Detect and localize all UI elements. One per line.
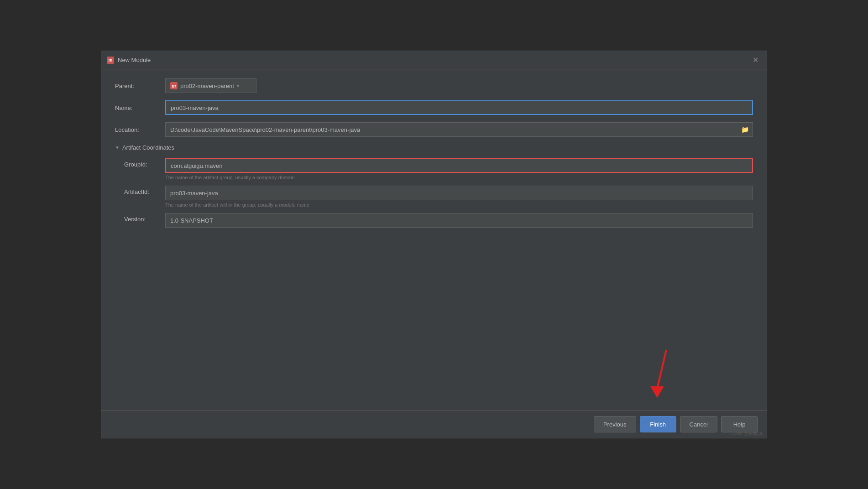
new-module-dialog: m New Module ✕ Parent: m pro02-maven-par… xyxy=(101,51,767,438)
groupid-hint: The name of the artifact group, usually … xyxy=(124,175,753,180)
artifact-section-content: GroupId: The name of the artifact group,… xyxy=(115,158,753,228)
version-input[interactable] xyxy=(165,213,753,228)
help-button[interactable]: Help xyxy=(721,416,758,432)
previous-button[interactable]: Previous xyxy=(594,416,636,432)
artifact-section-header[interactable]: ▼ Artifact Coordinates xyxy=(115,144,753,151)
artifact-section-title: Artifact Coordinates xyxy=(122,144,174,151)
maven-icon: m xyxy=(170,82,178,89)
dialog-icon: m xyxy=(107,57,114,64)
version-field xyxy=(165,213,753,228)
location-input[interactable] xyxy=(166,124,737,136)
parent-row: Parent: m pro02-maven-parent ▾ xyxy=(115,78,753,93)
chevron-down-icon: ▾ xyxy=(237,83,239,88)
dialog-content: Parent: m pro02-maven-parent ▾ Name: Loc… xyxy=(101,69,767,410)
triangle-down-icon: ▼ xyxy=(115,145,120,150)
folder-icon[interactable]: 📁 xyxy=(737,124,753,135)
location-row: Location: 📁 xyxy=(115,122,753,137)
version-row: Version: xyxy=(124,213,753,228)
artifactid-label: ArtifactId: xyxy=(124,186,165,195)
cancel-button[interactable]: Cancel xyxy=(680,416,717,432)
location-wrapper: 📁 xyxy=(165,122,753,137)
parent-field: m pro02-maven-parent ▾ xyxy=(165,78,753,93)
name-input[interactable] xyxy=(165,100,753,115)
name-label: Name: xyxy=(115,104,165,111)
groupid-field xyxy=(165,158,753,173)
title-bar: m New Module ✕ xyxy=(101,51,767,69)
artifactid-field xyxy=(165,186,753,200)
name-row: Name: xyxy=(115,100,753,115)
dialog-title: New Module xyxy=(118,57,746,63)
groupid-input[interactable] xyxy=(165,158,753,173)
artifactid-row: ArtifactId: xyxy=(124,186,753,200)
groupid-row: GroupId: xyxy=(124,158,753,173)
groupid-label: GroupId: xyxy=(124,158,165,168)
watermark: CSDN @朱坤ya xyxy=(729,431,762,437)
parent-label: Parent: xyxy=(115,83,165,89)
parent-dropdown-value: pro02-maven-parent xyxy=(180,83,234,89)
finish-button[interactable]: Finish xyxy=(640,416,676,432)
artifactid-hint: The name of the artifact within the grou… xyxy=(124,202,753,208)
artifactid-input[interactable] xyxy=(165,186,753,200)
parent-dropdown[interactable]: m pro02-maven-parent ▾ xyxy=(165,78,256,93)
location-label: Location: xyxy=(115,126,165,133)
version-label: Version: xyxy=(124,213,165,223)
dialog-footer: Previous Finish Cancel Help CSDN @朱坤ya xyxy=(101,410,767,438)
close-button[interactable]: ✕ xyxy=(750,55,761,65)
name-field xyxy=(165,100,753,115)
